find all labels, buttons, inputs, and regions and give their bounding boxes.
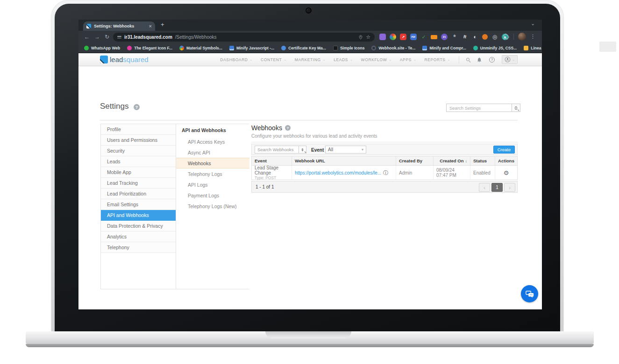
extension-icon[interactable]: * <box>451 34 458 40</box>
event-filter-select[interactable]: All ▾ <box>325 146 366 154</box>
current-page-button[interactable]: 1 <box>491 183 503 192</box>
bookmark-item[interactable]: Minify and Compr... <box>422 46 466 50</box>
webhook-url-link[interactable]: https://portal.webolytics.com/modules/le… <box>295 170 381 175</box>
simple-icons-icon <box>333 46 338 50</box>
tab-close-icon[interactable]: × <box>149 24 152 29</box>
search-settings-button[interactable] <box>512 104 520 112</box>
bookmark-item[interactable]: Certificate Key Ma... <box>281 46 326 50</box>
sidebar-item-api-and-webhooks[interactable]: API and Webhooks <box>101 210 176 221</box>
bookmark-star-icon[interactable]: ☆ <box>366 35 370 40</box>
sidebar-item-profile[interactable]: Profile <box>101 124 176 135</box>
search-webhooks-button[interactable] <box>299 146 306 154</box>
bookmark-item[interactable]: Minify Javascript -... <box>229 46 274 50</box>
extension-icon[interactable]: PDF <box>410 34 417 40</box>
forward-icon[interactable]: → <box>94 34 100 40</box>
sidebar-item-telephony[interactable]: Telephony <box>101 242 176 253</box>
column-created-by[interactable]: Created By <box>396 156 433 165</box>
column-webhook-url[interactable]: Webhook URL <box>292 156 396 165</box>
url-bar[interactable]: ir31.leadsquared.com/Settings/Webhooks ☆ <box>113 33 375 42</box>
column-status[interactable]: Status <box>470 156 495 165</box>
webhooks-title: Webhooks <box>251 124 282 132</box>
help-icon[interactable]: ? <box>489 57 495 63</box>
submenu-item-telephony-logs-new[interactable]: Telephony Logs (New) <box>176 201 249 211</box>
extensions-puzzle-icon[interactable] <box>503 34 509 40</box>
cell-created-by: Admin <box>396 166 433 180</box>
leadsquared-wordmark: leadsquared <box>110 56 149 63</box>
location-pin-icon[interactable] <box>358 35 363 40</box>
notifications-bell-icon[interactable] <box>477 57 482 63</box>
event-type: Type: POST <box>255 175 276 180</box>
extension-icon[interactable]: 21 <box>441 34 448 40</box>
account-menu[interactable]: ⌄ <box>502 55 518 64</box>
sidebar-item-email-settings[interactable]: Email Settings <box>101 199 176 210</box>
submenu-item-telephony-logs[interactable]: Telephony Logs <box>176 168 249 179</box>
extension-icon[interactable]: ↗ <box>400 34 406 40</box>
reload-icon[interactable]: ↻ <box>105 34 109 40</box>
bookmark-item[interactable]: Linea Free Iconset <box>524 46 542 50</box>
sidebar-item-data-protection[interactable]: Data Protection & Privacy <box>101 221 176 231</box>
tab-search-chevron-icon[interactable]: ⌄ <box>531 21 535 27</box>
sidebar-item-leads[interactable]: Leads <box>101 156 176 167</box>
chat-widget-button[interactable] <box>521 285 538 302</box>
search-webhooks-input[interactable] <box>255 146 299 154</box>
sidebar-item-lead-prioritization[interactable]: Lead Prioritization <box>101 189 176 199</box>
create-webhook-button[interactable]: Create <box>493 146 515 154</box>
sidebar-item-lead-tracking[interactable]: Lead Tracking <box>101 178 176 189</box>
row-actions-gear-icon[interactable]: ⚙ <box>504 170 509 176</box>
page-header: Settings ? <box>100 102 520 115</box>
column-event[interactable]: Event <box>252 156 292 165</box>
extension-icon[interactable]: ft <box>462 34 468 40</box>
site-settings-icon[interactable] <box>117 35 121 39</box>
previous-page-button[interactable]: ‹ <box>479 183 490 192</box>
sidebar-item-users-and-permissions[interactable]: Users and Permissions <box>101 135 176 146</box>
new-tab-button[interactable]: + <box>161 21 164 28</box>
bookmark-item[interactable]: The Elegant Icon F... <box>127 46 172 50</box>
webpage: leadsquared DASHBOARD⌄ CONTENT⌄ MARKETIN… <box>78 53 542 301</box>
sidebar-item-analytics[interactable]: Analytics <box>101 231 176 242</box>
select-caret-icon: ▾ <box>362 148 363 152</box>
chevron-down-icon: ⌄ <box>323 58 326 61</box>
cell-actions: ⚙ <box>495 166 517 180</box>
bookmark-item[interactable]: Simple Icons <box>333 46 364 50</box>
profile-avatar[interactable] <box>518 33 526 41</box>
next-page-button[interactable]: › <box>504 183 515 192</box>
browser-menu-icon[interactable]: ⋮ <box>530 34 535 40</box>
submenu-item-api-access-keys[interactable]: API Access Keys <box>176 136 249 147</box>
menu-item-marketing[interactable]: MARKETING⌄ <box>295 57 326 62</box>
settings-help-icon[interactable]: ? <box>134 104 140 110</box>
menu-item-apps[interactable]: APPS⌄ <box>400 57 417 62</box>
bookmark-item[interactable]: Webhook.site - Te... <box>371 46 415 50</box>
back-icon[interactable]: ← <box>84 34 90 40</box>
bookmark-item[interactable]: WhatsApp Web <box>84 46 120 50</box>
menu-item-dashboard[interactable]: DASHBOARD⌄ <box>220 57 253 62</box>
menu-item-workflow[interactable]: WORKFLOW⌄ <box>361 57 392 62</box>
bookmark-item[interactable]: Unminify JS, CSS... <box>473 46 517 50</box>
extension-icon[interactable] <box>431 35 437 39</box>
extension-icon[interactable]: ◎ <box>491 34 498 40</box>
extension-icon[interactable]: ◐ <box>472 34 478 40</box>
info-icon[interactable]: ⓘ <box>383 169 388 176</box>
webhooks-help-icon[interactable]: ? <box>285 125 291 131</box>
linea-iconset-icon <box>524 46 528 50</box>
event-name: Lead Stage Change <box>255 165 289 175</box>
menu-item-content[interactable]: CONTENT⌄ <box>261 57 287 62</box>
submenu-item-payment-logs[interactable]: Payment Logs <box>176 190 249 201</box>
extension-icon[interactable] <box>379 34 386 40</box>
search-settings-input[interactable] <box>446 104 512 112</box>
submenu-item-async-api[interactable]: Async API <box>176 147 249 158</box>
browser-tab-active[interactable]: Settings: Webhooks × <box>83 21 155 31</box>
extension-icon[interactable] <box>482 34 488 40</box>
extension-icon[interactable] <box>390 34 396 40</box>
sidebar-item-security[interactable]: Security <box>101 146 176 156</box>
cell-created-on: 08/09/24 07:47 PM <box>433 166 470 180</box>
leadsquared-logo[interactable]: leadsquared <box>100 56 149 63</box>
submenu-item-api-logs[interactable]: API Logs <box>176 179 249 190</box>
sidebar-item-mobile-app[interactable]: Mobile App <box>101 167 176 178</box>
menu-item-reports[interactable]: REPORTS⌄ <box>424 57 450 62</box>
search-icon[interactable] <box>466 58 470 61</box>
bookmark-item[interactable]: Material Symbols... <box>179 46 222 50</box>
column-created-on[interactable]: Created On↓ <box>433 156 470 165</box>
menu-item-leads[interactable]: LEADS⌄ <box>334 57 353 62</box>
submenu-item-webhooks[interactable]: Webhooks <box>176 158 249 168</box>
extension-icon[interactable]: ✓ <box>420 34 427 40</box>
